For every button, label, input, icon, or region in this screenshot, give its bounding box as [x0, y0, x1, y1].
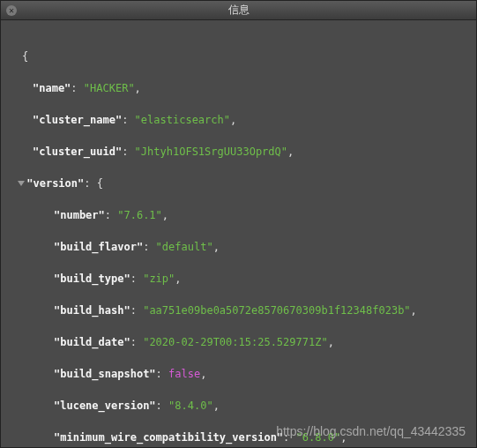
json-row: "version": {	[11, 175, 466, 191]
json-value: false	[168, 368, 200, 380]
json-key: "build_date"	[54, 336, 130, 348]
json-key: "build_flavor"	[54, 241, 143, 253]
info-window: ✕ 信息 { "name": "HACKER", "cluster_name":…	[0, 0, 477, 448]
json-row: "build_type": "zip",	[11, 271, 466, 287]
json-value: "zip"	[143, 273, 175, 285]
json-row: "lucene_version": "8.4.0",	[11, 398, 466, 414]
json-row: "cluster_name": "elasticsearch",	[11, 112, 466, 128]
json-key: "lucene_version"	[54, 399, 156, 412]
json-key: "build_snapshot"	[54, 368, 156, 380]
json-row: "build_flavor": "default",	[11, 239, 466, 255]
close-icon[interactable]: ✕	[6, 5, 17, 16]
json-row: "build_snapshot": false,	[11, 366, 466, 382]
json-key: "name"	[33, 82, 71, 94]
watermark: https://blog.csdn.net/qq_43442335	[276, 424, 466, 438]
json-value: "7.6.1"	[117, 209, 162, 221]
json-key: "version"	[26, 177, 84, 190]
brace-open: {	[11, 49, 466, 64]
json-key: "cluster_name"	[33, 114, 122, 126]
json-value: "elasticsearch"	[135, 114, 230, 126]
json-row: "build_date": "2020-02-29T00:15:25.52977…	[11, 334, 466, 350]
json-key: "number"	[54, 209, 105, 221]
json-viewer: { "name": "HACKER", "cluster_name": "ela…	[1, 20, 476, 448]
json-value: "HACKER"	[84, 82, 135, 94]
collapse-toggle-icon[interactable]	[18, 181, 25, 186]
json-row: "build_hash": "aa751e09be0a5072e85706703…	[11, 302, 466, 318]
json-value: "default"	[156, 241, 213, 253]
json-key: "build_type"	[54, 273, 130, 285]
json-value: "aa751e09be0a5072e8570670309b1f12348f023…	[143, 304, 410, 317]
json-row: "number": "7.6.1",	[11, 207, 466, 223]
json-key: "cluster_uuid"	[33, 146, 122, 158]
json-row: "cluster_uuid": "Jhtyh1OFS1SrgUU33OprdQ"…	[11, 144, 466, 160]
json-value: "2020-02-29T00:15:25.529771Z"	[143, 336, 328, 348]
json-key: "build_hash"	[54, 304, 130, 317]
window-title: 信息	[1, 3, 476, 18]
json-value: "8.4.0"	[168, 399, 213, 412]
json-row: "name": "HACKER",	[11, 80, 466, 96]
titlebar: ✕ 信息	[1, 1, 476, 20]
json-value: "Jhtyh1OFS1SrgUU33OprdQ"	[135, 146, 287, 158]
json-key: "minimum_wire_compatibility_version"	[54, 431, 283, 444]
